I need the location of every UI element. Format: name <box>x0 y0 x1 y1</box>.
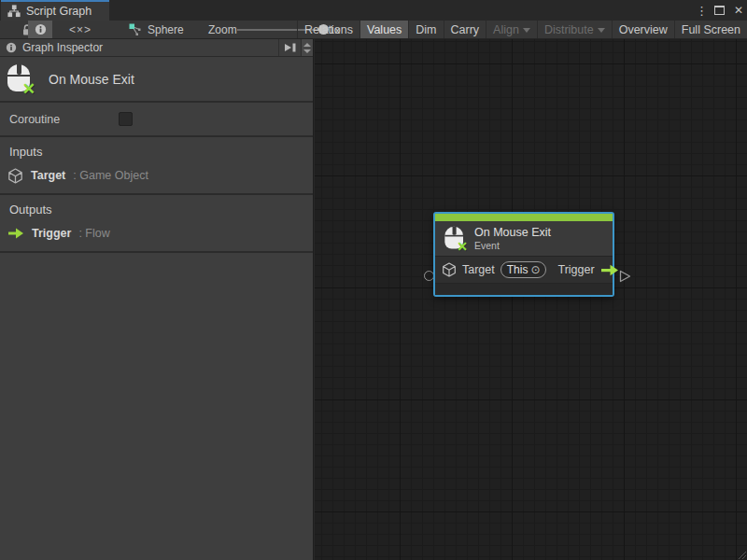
graph-toolbar: <×> Sphere Zoom 1x Relations Values Dim … <box>0 21 747 39</box>
port-type: : Flow <box>78 227 109 240</box>
window-menu-icon[interactable]: ⋮ <box>696 4 705 18</box>
output-port-row: Trigger : Flow <box>0 225 313 242</box>
dropdown-arrow-icon <box>598 28 605 33</box>
info-icon <box>6 42 17 53</box>
toolbar-button-relations[interactable]: Relations <box>297 21 359 38</box>
tab-script-graph[interactable]: Script Graph <box>1 0 109 21</box>
maximize-icon[interactable] <box>714 6 725 15</box>
port-type: : Game Object <box>73 169 148 182</box>
port-name: Target <box>31 169 65 182</box>
button-label: Full Screen <box>682 23 740 36</box>
coroutine-label: Coroutine <box>9 113 60 126</box>
toolbar-button-carry[interactable]: Carry <box>444 21 486 38</box>
node-subtitle: Event <box>474 240 551 251</box>
graph-reference-breadcrumb[interactable]: Sphere <box>129 21 184 38</box>
inspector-toggle-button[interactable] <box>28 21 52 38</box>
dock-panel-button[interactable] <box>278 39 301 56</box>
coroutine-row: Coroutine <box>0 103 313 135</box>
node-port-row: Target This ⊙ Trigger <box>435 257 613 284</box>
flow-arrow-icon[interactable] <box>600 264 619 276</box>
toolbar-button-align: Align <box>486 21 537 38</box>
game-object-cube-icon <box>442 262 457 277</box>
flow-arrow-icon <box>7 228 24 239</box>
graph-canvas[interactable]: ✕ On Mouse Exit Event Target This ⊙ Trig… <box>315 39 747 560</box>
tab-title: Script Graph <box>26 5 92 18</box>
button-label: Overview <box>619 23 668 36</box>
window-resize-grip[interactable] <box>737 550 746 559</box>
toolbar-button-values[interactable]: Values <box>359 21 408 38</box>
script-graph-icon <box>7 5 21 18</box>
node-header[interactable]: ✕ On Mouse Exit Event <box>435 221 613 257</box>
chevron-down-icon <box>303 49 311 53</box>
chevron-up-icon <box>303 43 311 47</box>
inputs-section: Inputs Target : Game Object <box>0 137 313 193</box>
panel-title: Graph Inspector <box>22 41 103 54</box>
outputs-title: Outputs <box>0 203 313 217</box>
target-value-chip[interactable]: This ⊙ <box>500 261 547 278</box>
dropdown-arrow-icon <box>523 28 530 33</box>
button-label: Relations <box>304 23 353 36</box>
section-divider <box>0 251 313 253</box>
close-icon[interactable]: ✕ <box>734 4 743 17</box>
game-object-cube-icon <box>7 168 23 184</box>
window-controls: ⋮ ✕ <box>696 0 743 21</box>
zoom-label: Zoom <box>208 21 237 38</box>
unit-title: On Mouse Exit <box>49 72 134 87</box>
panel-scroll-spinner[interactable] <box>301 39 313 56</box>
button-label: Carry <box>451 23 480 36</box>
code-icon: <×> <box>69 23 92 36</box>
trigger-port-label: Trigger <box>557 263 594 276</box>
on-mouse-exit-icon: ✕ <box>7 64 32 93</box>
button-label: Dim <box>416 23 436 36</box>
graph-inspector-panel: Graph Inspector ✕ On Mouse Exit Coroutin… <box>0 39 314 560</box>
toolbar-button-distribute: Distribute <box>537 21 612 38</box>
button-label: Distribute <box>544 23 594 36</box>
info-icon <box>35 23 47 35</box>
object-picker-icon[interactable]: ⊙ <box>530 264 540 275</box>
graph-name-label: Sphere <box>148 23 184 36</box>
inspected-unit-header: ✕ On Mouse Exit <box>0 57 313 101</box>
inputs-title: Inputs <box>0 145 313 159</box>
graph-node-icon <box>129 23 141 36</box>
target-value: This <box>507 263 529 276</box>
button-label: Align <box>493 23 519 36</box>
input-port-row: Target : Game Object <box>0 167 313 184</box>
toolbar-toggle-group: Relations Values Dim Carry Align Distrib… <box>297 21 747 38</box>
on-mouse-exit-node[interactable]: ✕ On Mouse Exit Event Target This ⊙ Trig… <box>433 212 614 297</box>
window-tab-bar: Script Graph ⋮ ✕ <box>0 0 747 21</box>
graph-inspector-header: Graph Inspector <box>0 39 313 57</box>
target-port-label: Target <box>462 263 495 276</box>
node-output-port[interactable] <box>619 270 631 283</box>
node-title: On Mouse Exit <box>474 226 551 240</box>
toolbar-button-dim[interactable]: Dim <box>408 21 443 38</box>
node-footer <box>435 284 613 295</box>
code-view-button[interactable]: <×> <box>62 21 99 38</box>
node-color-bar <box>435 214 613 221</box>
on-mouse-exit-icon: ✕ <box>444 227 464 250</box>
button-label: Values <box>367 23 402 36</box>
toolbar-button-fullscreen[interactable]: Full Screen <box>674 21 747 38</box>
coroutine-checkbox[interactable] <box>119 112 133 126</box>
outputs-section: Outputs Trigger : Flow <box>0 195 313 251</box>
dock-right-icon <box>284 42 297 53</box>
toolbar-button-overview[interactable]: Overview <box>612 21 674 38</box>
port-name: Trigger <box>32 227 71 240</box>
